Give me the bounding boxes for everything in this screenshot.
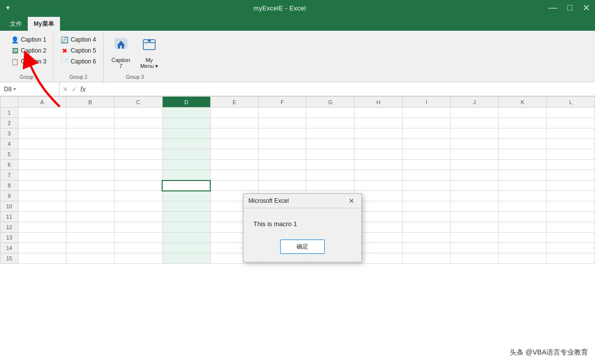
cell-I6[interactable] xyxy=(403,160,451,170)
cell-K5[interactable] xyxy=(499,149,547,160)
cell-K10[interactable] xyxy=(499,201,547,212)
cell-D2[interactable] xyxy=(162,118,210,128)
cell-J13[interactable] xyxy=(451,233,499,243)
cell-D12[interactable] xyxy=(162,222,210,233)
cell-C14[interactable] xyxy=(114,243,162,253)
cell-G7[interactable] xyxy=(306,170,355,181)
cell-J5[interactable] xyxy=(451,149,499,160)
cell-H6[interactable] xyxy=(355,160,403,170)
cell-E2[interactable] xyxy=(210,118,258,128)
cancel-formula-icon[interactable]: ✕ xyxy=(62,85,68,93)
cell-L8[interactable] xyxy=(546,181,595,191)
cell-J7[interactable] xyxy=(451,170,499,181)
formula-input[interactable] xyxy=(89,86,595,93)
cell-A13[interactable] xyxy=(18,233,66,243)
cell-C3[interactable] xyxy=(114,128,162,139)
cell-H2[interactable] xyxy=(355,118,403,128)
cell-A3[interactable] xyxy=(18,128,66,139)
cell-D10[interactable] xyxy=(162,201,210,212)
cell-L10[interactable] xyxy=(546,201,595,212)
cell-I14[interactable] xyxy=(403,243,451,253)
cell-B15[interactable] xyxy=(66,253,114,264)
cell-D13[interactable] xyxy=(162,233,210,243)
cell-K8[interactable] xyxy=(499,181,547,191)
cell-D8[interactable] xyxy=(162,181,210,191)
cell-A9[interactable] xyxy=(18,191,66,201)
cell-D6[interactable] xyxy=(162,160,210,170)
cell-C10[interactable] xyxy=(114,201,162,212)
cell-I5[interactable] xyxy=(403,149,451,160)
cell-G4[interactable] xyxy=(306,139,355,149)
cell-B2[interactable] xyxy=(66,118,114,128)
cell-I7[interactable] xyxy=(403,170,451,181)
cell-I3[interactable] xyxy=(403,128,451,139)
cell-C4[interactable] xyxy=(114,139,162,149)
tab-file[interactable]: 文件 xyxy=(4,17,28,31)
cell-A6[interactable] xyxy=(18,160,66,170)
cell-F1[interactable] xyxy=(258,108,306,118)
cell-C6[interactable] xyxy=(114,160,162,170)
cell-I13[interactable] xyxy=(403,233,451,243)
mymenu-button[interactable]: MyMenu ▾ xyxy=(136,35,163,71)
cell-J9[interactable] xyxy=(451,191,499,201)
cell-B8[interactable] xyxy=(66,181,114,191)
cell-A8[interactable] xyxy=(18,181,66,191)
cell-I4[interactable] xyxy=(403,139,451,149)
cell-D1[interactable] xyxy=(162,108,210,118)
cell-D15[interactable] xyxy=(162,253,210,264)
cell-A2[interactable] xyxy=(18,118,66,128)
cell-H1[interactable] xyxy=(355,108,403,118)
cell-C12[interactable] xyxy=(114,222,162,233)
cell-L9[interactable] xyxy=(546,191,595,201)
cell-F3[interactable] xyxy=(258,128,306,139)
cell-H5[interactable] xyxy=(355,149,403,160)
cell-C7[interactable] xyxy=(114,170,162,181)
cell-H4[interactable] xyxy=(355,139,403,149)
dialog-ok-button[interactable]: 确定 xyxy=(280,240,325,254)
cell-C15[interactable] xyxy=(114,253,162,264)
cell-B14[interactable] xyxy=(66,243,114,253)
cell-J6[interactable] xyxy=(451,160,499,170)
cell-F5[interactable] xyxy=(258,149,306,160)
cell-A15[interactable] xyxy=(18,253,66,264)
cell-C11[interactable] xyxy=(114,212,162,222)
cell-D11[interactable] xyxy=(162,212,210,222)
cell-K3[interactable] xyxy=(499,128,547,139)
cell-H7[interactable] xyxy=(355,170,403,181)
cell-F7[interactable] xyxy=(258,170,306,181)
cell-L15[interactable] xyxy=(546,253,595,264)
cell-F6[interactable] xyxy=(258,160,306,170)
cell-L13[interactable] xyxy=(546,233,595,243)
cell-C9[interactable] xyxy=(114,191,162,201)
cell-L2[interactable] xyxy=(546,118,595,128)
caption3-button[interactable]: 📋 Caption 3 xyxy=(8,57,49,66)
cell-B1[interactable] xyxy=(66,108,114,118)
cell-D14[interactable] xyxy=(162,243,210,253)
confirm-formula-icon[interactable]: ✓ xyxy=(71,85,77,93)
cell-I12[interactable] xyxy=(403,222,451,233)
cell-F4[interactable] xyxy=(258,139,306,149)
cell-L3[interactable] xyxy=(546,128,595,139)
cell-A7[interactable] xyxy=(18,170,66,181)
caption7-button[interactable]: Caption7 xyxy=(108,35,134,71)
cell-A11[interactable] xyxy=(18,212,66,222)
maximize-icon[interactable]: □ xyxy=(567,2,573,13)
cell-J10[interactable] xyxy=(451,201,499,212)
caption2-button[interactable]: 🖼 Caption 2 xyxy=(8,46,49,56)
cell-L6[interactable] xyxy=(546,160,595,170)
cell-A4[interactable] xyxy=(18,139,66,149)
cell-L14[interactable] xyxy=(546,243,595,253)
cell-H3[interactable] xyxy=(355,128,403,139)
cell-J12[interactable] xyxy=(451,222,499,233)
cell-B9[interactable] xyxy=(66,191,114,201)
cell-C2[interactable] xyxy=(114,118,162,128)
cell-E6[interactable] xyxy=(210,160,258,170)
cell-B12[interactable] xyxy=(66,222,114,233)
cell-I1[interactable] xyxy=(403,108,451,118)
cell-A10[interactable] xyxy=(18,201,66,212)
cell-C5[interactable] xyxy=(114,149,162,160)
cell-I2[interactable] xyxy=(403,118,451,128)
cell-L1[interactable] xyxy=(546,108,595,118)
cell-D5[interactable] xyxy=(162,149,210,160)
cell-J8[interactable] xyxy=(451,181,499,191)
